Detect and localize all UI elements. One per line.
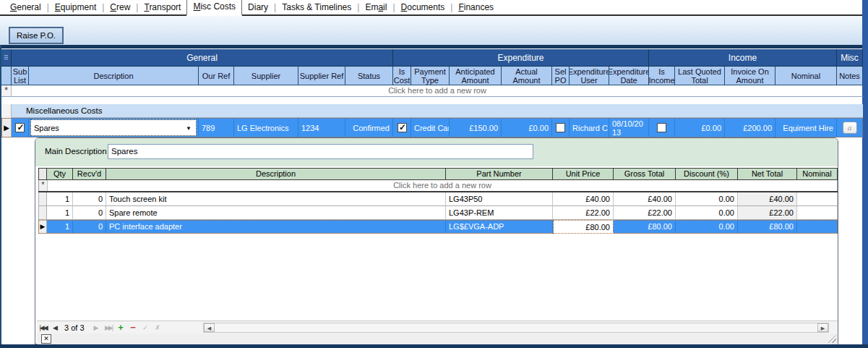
cell-supplier-ref[interactable]: 1234: [298, 118, 345, 137]
scroll-right-icon[interactable]: ▶: [817, 323, 828, 332]
col-anticipated-amount[interactable]: Anticipated Amount: [450, 67, 502, 85]
cell-net-total[interactable]: £40.00: [738, 192, 797, 206]
cell-discount[interactable]: 0.00: [676, 206, 738, 220]
cell-actual-amount[interactable]: £0.00: [502, 118, 552, 137]
cell-nominal[interactable]: Equiment Hire: [775, 118, 837, 137]
horizontal-scrollbar[interactable]: ◀ ▶: [203, 323, 829, 333]
col-our-ref[interactable]: Our Ref: [199, 67, 234, 85]
cell-description[interactable]: Spare remote: [106, 206, 446, 220]
dcol-description[interactable]: Description: [106, 168, 446, 180]
grid-data-row[interactable]: ▶ Spares ▼ 789 LG Electronics 1234 Confi…: [1, 118, 863, 137]
tab-documents[interactable]: Documents: [395, 0, 451, 14]
main-description-input[interactable]: Spares: [108, 144, 533, 159]
cell-unit-price[interactable]: £40.00: [553, 192, 614, 206]
tab-diary[interactable]: Diary: [242, 0, 274, 14]
dcol-part-number[interactable]: Part Number: [446, 168, 553, 180]
cell-recvd[interactable]: 0: [73, 206, 106, 220]
sel-po-checkbox[interactable]: [556, 123, 565, 132]
cell-qty[interactable]: 1: [47, 206, 73, 220]
scroll-left-icon[interactable]: ◀: [204, 323, 215, 332]
cell-expenditure-user[interactable]: Richard C: [570, 118, 609, 137]
col-is-income[interactable]: Is Income: [649, 67, 675, 85]
notes-editor-button[interactable]: a: [843, 122, 857, 134]
dcol-nominal[interactable]: Nominal: [797, 168, 838, 180]
grid-new-row[interactable]: * Click here to add a new row: [1, 85, 863, 97]
nav-add-button[interactable]: +: [115, 322, 127, 333]
tab-email[interactable]: Email: [359, 0, 392, 14]
chevron-down-icon[interactable]: ▼: [186, 125, 192, 132]
dcol-recvd[interactable]: Recv'd: [73, 168, 106, 180]
cell-is-cost[interactable]: [393, 118, 411, 137]
cell-nominal[interactable]: [797, 220, 838, 234]
close-filter-button[interactable]: ✕: [41, 334, 51, 344]
cell-is-income[interactable]: [649, 118, 675, 137]
cell-discount[interactable]: 0.00: [676, 220, 738, 234]
cell-supplier[interactable]: LG Electronics: [234, 118, 298, 137]
cell-gross-total[interactable]: £80.00: [614, 220, 676, 234]
col-nominal[interactable]: Nominal: [775, 67, 837, 85]
tab-tasks-timelines[interactable]: Tasks & Timelines: [276, 0, 357, 14]
cell-discount[interactable]: 0.00: [676, 192, 738, 206]
col-sel-po[interactable]: Sel PO: [552, 67, 570, 85]
nav-prev-button[interactable]: ◀: [49, 324, 61, 331]
sub-list-checkbox[interactable]: [15, 123, 25, 132]
cell-expenditure-date[interactable]: 08/10/2013: [609, 118, 649, 137]
resize-grip[interactable]: [828, 335, 836, 343]
col-notes[interactable]: Notes: [837, 67, 863, 85]
tab-misc-costs[interactable]: Misc Costs: [186, 0, 242, 16]
dcol-qty[interactable]: Qty: [47, 168, 73, 180]
col-supplier[interactable]: Supplier: [234, 67, 298, 85]
dcol-discount[interactable]: Discount (%): [676, 168, 738, 180]
grid-group-row[interactable]: Miscellaneous Costs: [1, 104, 863, 118]
nav-first-button[interactable]: |◀◀: [37, 324, 49, 331]
col-expenditure-date[interactable]: Expenditure Date: [609, 67, 649, 85]
cell-notes[interactable]: a: [837, 118, 863, 137]
cell-qty[interactable]: 1: [47, 192, 73, 206]
cell-sel-po[interactable]: [552, 118, 570, 137]
nav-commit-button[interactable]: ✓: [139, 324, 152, 331]
cell-description[interactable]: Spares ▼: [29, 118, 199, 137]
is-income-checkbox[interactable]: [657, 123, 666, 132]
cell-part-number[interactable]: LG43P-REM: [446, 206, 553, 220]
nav-cancel-button[interactable]: ✗: [152, 324, 164, 331]
col-supplier-ref[interactable]: Supplier Ref: [298, 67, 345, 85]
cell-net-total[interactable]: £22.00: [738, 206, 797, 220]
col-actual-amount[interactable]: Actual Amount: [502, 67, 552, 85]
col-description[interactable]: Description: [29, 67, 199, 85]
dcol-unit-price[interactable]: Unit Price: [553, 168, 614, 180]
nav-delete-button[interactable]: −: [127, 322, 139, 333]
grid-new-row-label[interactable]: Click here to add a new row: [12, 85, 863, 96]
cell-description[interactable]: Touch screen kit: [106, 192, 446, 206]
tab-crew[interactable]: Crew: [104, 0, 136, 14]
dcol-gross-total[interactable]: Gross Total: [614, 168, 676, 180]
nav-last-button[interactable]: ▶▶|: [103, 324, 115, 331]
cell-gross-total[interactable]: £40.00: [614, 192, 676, 206]
is-cost-checkbox[interactable]: [398, 123, 407, 132]
cell-part-number[interactable]: LG$£VGA-ADP: [446, 220, 553, 234]
col-last-quoted-total[interactable]: Last Quoted Total: [675, 67, 725, 85]
description-combobox[interactable]: Spares ▼: [30, 119, 197, 136]
cell-gross-total[interactable]: £22.00: [614, 206, 676, 220]
tab-transport[interactable]: Transport: [138, 0, 186, 14]
cell-status[interactable]: Confirmed: [345, 118, 393, 137]
nav-next-button[interactable]: ▶: [90, 324, 103, 331]
dcol-net-total[interactable]: Net Total: [738, 168, 797, 180]
col-is-cost[interactable]: Is Cost: [393, 67, 411, 85]
detail-row-2[interactable]: 1 0 Spare remote LG43P-REM £22.00 £22.00…: [38, 206, 838, 220]
cell-invoice-on-amount[interactable]: £200.00: [725, 118, 775, 137]
tab-equipment[interactable]: Equipment: [49, 0, 102, 14]
cell-nominal[interactable]: [797, 206, 838, 220]
col-payment-type[interactable]: Payment Type: [411, 67, 450, 85]
cell-description[interactable]: PC interface adapter: [106, 220, 446, 234]
cell-anticipated-amount[interactable]: £150.00: [450, 118, 502, 137]
cell-recvd[interactable]: 0: [73, 220, 106, 234]
tab-finances[interactable]: Finances: [452, 0, 499, 14]
cell-recvd[interactable]: 0: [73, 192, 106, 206]
cell-net-total[interactable]: £80.00: [738, 220, 797, 234]
tab-general[interactable]: General: [4, 0, 47, 14]
detail-new-row[interactable]: * Click here to add a new row: [38, 180, 838, 191]
col-invoice-on-amount[interactable]: Invoice On Amount: [725, 67, 775, 85]
col-expenditure-user[interactable]: Expenditure User: [570, 67, 609, 85]
cell-our-ref[interactable]: 789: [199, 118, 234, 137]
cell-payment-type[interactable]: Credit Card: [411, 118, 450, 137]
